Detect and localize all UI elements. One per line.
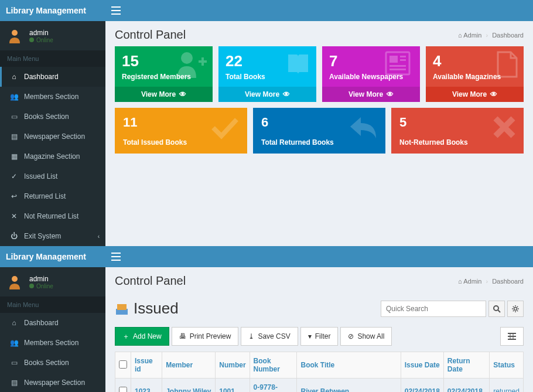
sidebar-item-issued[interactable]: ✓Issued List xyxy=(0,166,105,186)
svg-rect-9 xyxy=(400,56,406,57)
user-status: Online xyxy=(29,37,53,43)
select-all-checkbox[interactable] xyxy=(119,360,127,369)
add-new-button[interactable]: ＋Add New xyxy=(115,327,169,346)
sidebar-item-dashboard[interactable]: ⌂Dashboard xyxy=(0,67,105,87)
times-icon xyxy=(491,114,518,141)
return-icon: ↩ xyxy=(9,192,19,200)
toolbar: ＋Add New 🖶Print Preview ⤓Save CSV ▾Filte… xyxy=(115,327,524,346)
tray-icon xyxy=(115,302,129,316)
col-issue-date[interactable]: Issue Date xyxy=(401,352,443,379)
sidebar-item-members[interactable]: 👥Members Section xyxy=(0,87,105,107)
col-number[interactable]: Number xyxy=(216,352,250,379)
col-book-title[interactable]: Book Title xyxy=(297,352,401,379)
cell-status[interactable]: returned xyxy=(493,387,520,392)
svg-line-29 xyxy=(517,306,518,306)
sidebar-item-magazine[interactable]: ▦Magazine Section xyxy=(0,146,105,166)
sidebar: admin Online Main Menu ⌂Dashboard 👥Membe… xyxy=(0,267,105,392)
page-title: Control Panel xyxy=(115,28,186,42)
home-icon: ⌂ xyxy=(458,278,462,285)
view-more-link[interactable]: View More👁 xyxy=(115,87,213,102)
sidebar-item-books[interactable]: ▭Books Section xyxy=(0,353,105,373)
sidebar-item-label: Magazine Section xyxy=(24,152,80,161)
save-csv-button[interactable]: ⤓Save CSV xyxy=(241,327,298,346)
app-header: Library Management xyxy=(0,246,533,267)
stats-row-1: 15 Registered Members View More👁 22 Tota… xyxy=(105,46,533,108)
svg-rect-6 xyxy=(201,57,204,66)
sidebar-item-label: Dashboard xyxy=(24,319,59,327)
show-all-button[interactable]: ⊘Show All xyxy=(340,327,392,346)
filter-button[interactable]: ▾Filter xyxy=(300,327,339,346)
stat-card-magazines: 4 Available Magazines View More👁 xyxy=(426,46,524,102)
eye-icon: 👁 xyxy=(283,90,290,98)
cell-member[interactable]: Johnny Wiley xyxy=(166,387,211,392)
brand-title: Library Management xyxy=(0,6,105,15)
hamburger-menu-button[interactable] xyxy=(105,246,127,267)
breadcrumb-admin[interactable]: Admin xyxy=(463,278,481,285)
menu-header: Main Menu xyxy=(0,296,105,313)
col-member[interactable]: Member xyxy=(162,352,216,379)
sidebar-item-dashboard[interactable]: ⌂Dashboard xyxy=(0,313,105,333)
sidebar-item-newspaper[interactable]: ▤Newspaper Section xyxy=(0,373,105,392)
user-plus-icon xyxy=(174,50,209,79)
section-title: Issued xyxy=(134,299,179,318)
sidebar-item-notreturned[interactable]: ✕Not Returned List xyxy=(0,206,105,226)
sidebar-item-members[interactable]: 👥Members Section xyxy=(0,333,105,353)
issued-table: Issue id Member Number Book Number Book … xyxy=(115,352,524,392)
grid-view-button[interactable] xyxy=(500,327,524,346)
col-issue-id[interactable]: Issue id xyxy=(131,352,162,379)
settings-button[interactable] xyxy=(507,301,524,317)
view-more-link[interactable]: View More👁 xyxy=(426,87,524,102)
breadcrumb-sep: › xyxy=(486,32,488,39)
svg-rect-12 xyxy=(390,69,406,70)
sidebar-item-books[interactable]: ▭Books Section xyxy=(0,107,105,127)
svg-rect-11 xyxy=(390,65,406,67)
breadcrumb-page: Dashboard xyxy=(492,278,524,285)
svg-rect-13 xyxy=(111,253,121,254)
svg-rect-14 xyxy=(111,256,121,257)
book-icon xyxy=(283,50,313,79)
sidebar-item-label: Issued List xyxy=(24,172,57,180)
cell-book-title[interactable]: River Between xyxy=(300,387,349,392)
sidebar-item-newspaper[interactable]: ▤Newspaper Section xyxy=(0,127,105,146)
stat-card-issued: 11 Total Issued Books xyxy=(115,108,247,154)
svg-point-21 xyxy=(514,307,517,310)
svg-line-26 xyxy=(513,306,514,306)
sidebar-item-label: Dashboard xyxy=(24,73,59,81)
reply-icon xyxy=(347,114,380,141)
sidebar: admin Online Main Menu ⌂Dashboard 👥Membe… xyxy=(0,21,105,246)
col-return-date[interactable]: Return Date xyxy=(443,352,489,379)
col-book-number[interactable]: Book Number xyxy=(250,352,297,379)
app-header: Library Management xyxy=(0,0,533,21)
row-checkbox[interactable] xyxy=(119,387,127,393)
cell-book-number[interactable]: 0-9778-7195-9 xyxy=(254,383,278,392)
hamburger-menu-button[interactable] xyxy=(105,0,127,21)
content-header: Control Panel ⌂ Admin › Dashboard xyxy=(105,21,533,46)
svg-line-20 xyxy=(498,310,500,312)
view-more-link[interactable]: View More👁 xyxy=(218,87,316,102)
breadcrumb-admin[interactable]: Admin xyxy=(463,32,481,39)
cell-number[interactable]: 1001 xyxy=(219,387,235,392)
magazine-icon: ▦ xyxy=(9,152,19,161)
view-more-link[interactable]: View More👁 xyxy=(322,87,420,102)
svg-rect-15 xyxy=(111,260,121,261)
content: Control Panel ⌂ Admin › Dashboard Issued xyxy=(105,267,533,392)
sidebar-item-label: Newspaper Section xyxy=(24,379,85,387)
svg-line-27 xyxy=(517,310,518,311)
sidebar-item-label: Members Section xyxy=(24,339,78,347)
user-name: admin xyxy=(29,29,53,37)
home-icon: ⌂ xyxy=(458,32,462,39)
sidebar-item-label: Returned List xyxy=(24,192,66,200)
plus-icon: ＋ xyxy=(122,332,129,342)
print-preview-button[interactable]: 🖶Print Preview xyxy=(172,327,239,346)
cell-issue-id[interactable]: 1023 xyxy=(135,387,151,392)
search-input[interactable] xyxy=(381,301,486,317)
avatar-icon xyxy=(6,273,23,291)
sidebar-item-returned[interactable]: ↩Returned List xyxy=(0,186,105,206)
svg-point-16 xyxy=(12,276,18,282)
stat-card-returned: 6 Total Returned Books xyxy=(253,108,385,154)
sidebar-item-exit[interactable]: ⏻Exit System‹ xyxy=(0,226,105,246)
col-status[interactable]: Status xyxy=(490,352,524,379)
sidebar-item-label: Books Section xyxy=(24,359,69,367)
brand-title: Library Management xyxy=(0,252,105,261)
search-button[interactable] xyxy=(488,301,505,317)
